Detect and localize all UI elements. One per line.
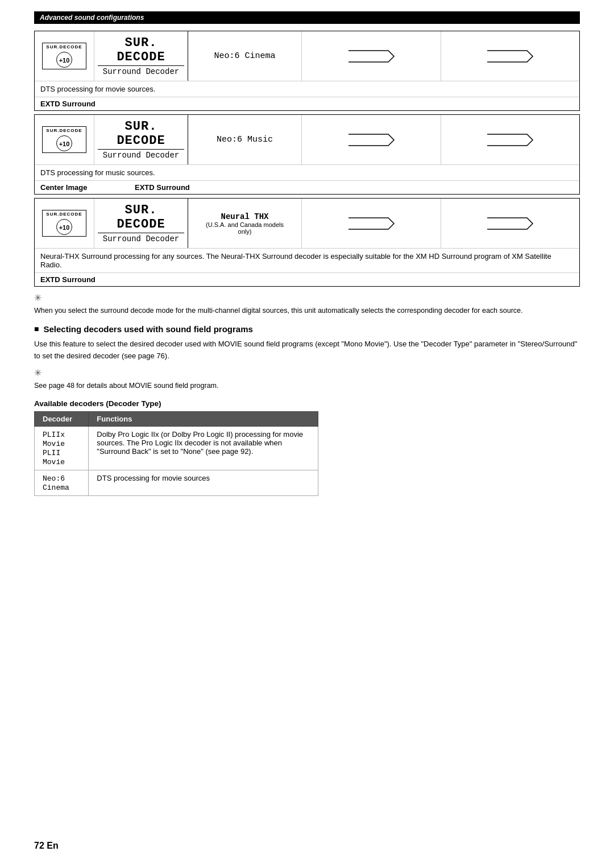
device-button-3: +10 <box>56 219 72 235</box>
section-heading: Selecting decoders used with sound field… <box>34 324 580 334</box>
decoder-table: Decoder Functions PLIIx MoviePLII Movie … <box>34 411 318 496</box>
config-row-2: SUR.DECODE +10 SUR. DECODE Surround Deco… <box>35 115 579 165</box>
decoder-cell-1: PLIIx MoviePLII Movie <box>35 427 89 470</box>
arrow-cell-1b <box>441 31 580 81</box>
mode-cell-2: Neo:6 Music <box>188 115 302 164</box>
decoder-name-1: PLIIx MoviePLII Movie <box>43 431 65 466</box>
surround-decoder-label-1: Surround Decoder <box>98 65 184 76</box>
mode-text-3b: (U.S.A. and Canada models <box>206 221 284 228</box>
label-text-2a: Center Image <box>40 183 87 192</box>
device-button-2: +10 <box>56 135 72 151</box>
functions-col-header: Functions <box>89 412 318 427</box>
label-text-1: EXTD Surround <box>40 100 96 108</box>
desc-row-3: Neural-THX Surround processing for any s… <box>35 249 579 273</box>
config-block-neo6-cinema: SUR.DECODE +10 SUR. DECODE Surround Deco… <box>34 31 580 111</box>
sur-decode-title-1: SUR. DECODE <box>98 36 184 64</box>
arrow-cell-2b <box>441 115 580 164</box>
mode-text-1: Neo:6 Cinema <box>214 51 275 61</box>
arrow-cell-3b <box>441 199 580 248</box>
mode-text-3c: only) <box>238 228 252 235</box>
device-box-1: SUR.DECODE +10 <box>42 43 86 69</box>
device-box-3: SUR.DECODE +10 <box>42 210 86 236</box>
label-row-1: EXTD Surround <box>35 97 579 110</box>
arrow-cell-3a <box>302 199 441 248</box>
section-heading-text: Selecting decoders used with sound field… <box>43 324 252 334</box>
surround-decoder-label-3: Surround Decoder <box>98 233 184 243</box>
device-box-2: SUR.DECODE +10 <box>42 126 86 152</box>
desc-text-3: Neural-THX Surround processing for any s… <box>40 252 551 269</box>
decode-cell-3: SUR. DECODE Surround Decoder <box>94 199 188 248</box>
device-button-1: +10 <box>56 52 72 68</box>
tip-icon-1: ✳ <box>34 292 580 303</box>
config-block-neo6-music: SUR.DECODE +10 SUR. DECODE Surround Deco… <box>34 114 580 195</box>
tip-text-2: See page 48 for details about MOVIE soun… <box>34 381 580 391</box>
decode-cell-1: SUR. DECODE Surround Decoder <box>94 31 188 81</box>
label-row-3: EXTD Surround <box>35 273 579 286</box>
arrow-icon-1a <box>346 48 397 65</box>
tip-icon-2: ✳ <box>34 367 580 378</box>
page-number: 72 En <box>34 841 59 851</box>
decoder-name-2: Neo:6 Cinema <box>43 474 69 492</box>
device-label-1: SUR.DECODE <box>46 44 82 50</box>
sur-decode-title-3: SUR. DECODE <box>98 203 184 232</box>
functions-cell-1: Dolby Pro Logic IIx (or Dolby Pro Logic … <box>89 427 318 470</box>
surround-decoder-label-2: Surround Decoder <box>98 149 184 160</box>
tip-text-1: When you select the surround decode mode… <box>34 305 580 316</box>
sub-heading: Available decoders (Decoder Type) <box>34 399 580 408</box>
config-row-1: SUR.DECODE +10 SUR. DECODE Surround Deco… <box>35 31 579 81</box>
device-cell-2: SUR.DECODE +10 <box>35 115 94 164</box>
arrow-icon-2a <box>346 131 397 148</box>
mode-cell-3: Neural THX (U.S.A. and Canada models onl… <box>188 199 302 248</box>
device-cell-3: SUR.DECODE +10 <box>35 199 94 248</box>
config-block-neural-thx: SUR.DECODE +10 SUR. DECODE Surround Deco… <box>34 198 580 287</box>
functions-cell-2: DTS processing for movie sources <box>89 470 318 496</box>
label-text-2b: EXTD Surround <box>135 183 190 192</box>
desc-text-2: DTS processing for music sources. <box>40 168 155 177</box>
mode-text-3a: Neural THX <box>221 212 268 221</box>
desc-row-2: DTS processing for music sources. <box>35 165 579 181</box>
page-header: Advanced sound configurations <box>34 11 580 24</box>
device-label-2: SUR.DECODE <box>46 128 82 134</box>
device-cell-1: SUR.DECODE +10 <box>35 31 94 81</box>
desc-text-1: DTS processing for movie sources. <box>40 85 155 93</box>
arrow-cell-1a <box>302 31 441 81</box>
arrow-cell-2a <box>302 115 441 164</box>
sur-decode-title-2: SUR. DECODE <box>98 119 184 148</box>
decoder-col-header: Decoder <box>35 412 89 427</box>
arrow-icon-3b <box>484 215 536 232</box>
table-row: PLIIx MoviePLII Movie Dolby Pro Logic II… <box>35 427 318 470</box>
arrow-icon-3a <box>346 215 397 232</box>
decoder-cell-2: Neo:6 Cinema <box>35 470 89 496</box>
desc-row-1: DTS processing for movie sources. <box>35 81 579 97</box>
body-text-1: Use this feature to select the desired d… <box>34 338 580 362</box>
arrow-icon-1b <box>484 48 536 65</box>
device-label-3: SUR.DECODE <box>46 212 82 217</box>
label-row-2: Center Image EXTD Surround <box>35 181 579 194</box>
table-row: Neo:6 Cinema DTS processing for movie so… <box>35 470 318 496</box>
arrow-icon-2b <box>484 131 536 148</box>
mode-cell-1: Neo:6 Cinema <box>188 31 302 81</box>
label-text-3: EXTD Surround <box>40 275 96 284</box>
mode-text-2: Neo:6 Music <box>217 135 273 144</box>
config-row-3: SUR.DECODE +10 SUR. DECODE Surround Deco… <box>35 199 579 249</box>
header-title: Advanced sound configurations <box>40 14 144 22</box>
decode-cell-2: SUR. DECODE Surround Decoder <box>94 115 188 164</box>
